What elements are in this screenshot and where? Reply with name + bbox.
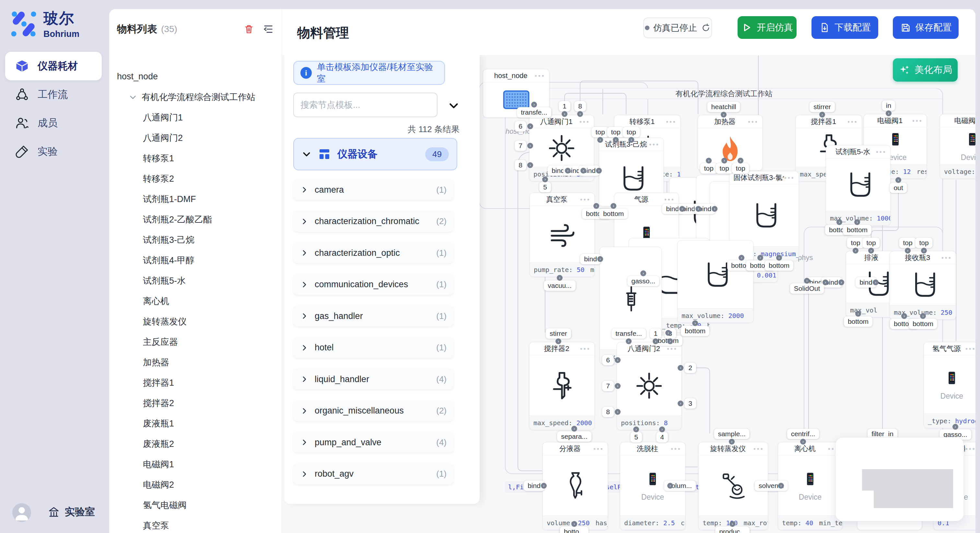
tree-item[interactable]: 加热器 <box>109 352 282 373</box>
port-dot-icon[interactable]: › <box>692 320 698 326</box>
port-dot-icon[interactable]: › <box>596 168 602 174</box>
port-pill[interactable]: produc... <box>715 527 749 533</box>
node-menu-icon[interactable]: ●●● <box>579 119 590 124</box>
tree-item[interactable]: 八通阀门1 <box>109 107 282 128</box>
port-dot-icon[interactable]: › <box>565 168 571 174</box>
section-instruments[interactable]: 仪器设备 49 <box>293 138 457 170</box>
port-dot-icon[interactable]: › <box>667 338 673 344</box>
port-dot-icon[interactable]: › <box>555 338 561 344</box>
port-pill[interactable]: top <box>862 238 880 248</box>
port-pill[interactable]: 4 <box>656 432 668 443</box>
canvas-node[interactable]: max_volume: 2000 <box>677 240 754 323</box>
node-menu-icon[interactable]: ●●● <box>593 446 604 451</box>
port-dot-icon[interactable]: › <box>667 483 673 489</box>
port-dot-icon[interactable]: › <box>678 365 684 371</box>
trash-icon[interactable] <box>243 24 255 35</box>
port-dot-icon[interactable]: › <box>721 158 727 163</box>
port-dot-icon[interactable]: › <box>557 275 563 281</box>
tree-item[interactable]: 真空泵 <box>109 515 282 533</box>
port-pill[interactable]: 8 <box>515 160 526 170</box>
port-pill[interactable]: top <box>732 163 749 174</box>
node-menu-icon[interactable]: ●●● <box>580 346 590 351</box>
tree-item[interactable]: 转移泵2 <box>109 168 282 189</box>
category-gas_handler[interactable]: gas_handler (1) <box>293 306 454 327</box>
port-dot-icon[interactable]: › <box>628 137 634 143</box>
canvas-node[interactable]: 搅拌器2 ●●●max_speed: 2000 <box>529 342 595 430</box>
category-organic_miscellaneous[interactable]: organic_miscellaneous (2) <box>293 401 454 421</box>
simulation-status-badge[interactable]: 仿真已停止 <box>643 17 712 38</box>
port-dot-icon[interactable]: › <box>738 158 743 163</box>
outdent-list-icon[interactable] <box>263 24 274 35</box>
port-pill[interactable]: top <box>592 127 609 137</box>
port-pill[interactable]: vacuu... <box>544 281 576 291</box>
save-config-button[interactable]: 保存配置 <box>893 16 959 39</box>
node-menu-icon[interactable]: ●●● <box>580 197 590 202</box>
port-dot-icon[interactable]: › <box>571 426 577 431</box>
port-dot-icon[interactable]: › <box>712 206 718 212</box>
port-pill[interactable]: top <box>700 163 717 174</box>
port-pill[interactable]: 1 <box>650 328 662 339</box>
port-pill[interactable]: top <box>607 127 624 137</box>
port-pill[interactable]: bottom <box>765 260 793 271</box>
category-robot_agv[interactable]: robot_agv (1) <box>293 464 454 484</box>
node-menu-icon[interactable]: ●●● <box>667 346 677 351</box>
port-dot-icon[interactable]: › <box>896 177 901 183</box>
port-dot-icon[interactable]: › <box>800 439 806 444</box>
port-dot-icon[interactable]: › <box>527 162 533 168</box>
tree-item[interactable]: host_node <box>109 67 282 87</box>
node-menu-icon[interactable]: ●●● <box>784 175 795 180</box>
port-pill[interactable]: separa... <box>557 431 592 442</box>
port-pill[interactable]: centrif... <box>787 429 819 439</box>
port-dot-icon[interactable]: › <box>527 124 533 129</box>
node-menu-icon[interactable]: ●●● <box>649 142 660 147</box>
port-pill[interactable]: out <box>889 182 907 193</box>
port-dot-icon[interactable]: › <box>853 248 859 254</box>
port-dot-icon[interactable]: › <box>921 248 927 254</box>
node-canvas[interactable]: 美化布局 l,FilterProtocol,CleanVesselProtoco… <box>282 55 975 533</box>
tree-item[interactable]: 氢气电磁阀 <box>109 495 282 515</box>
category-liquid_handler[interactable]: liquid_handler (4) <box>293 369 454 390</box>
node-menu-icon[interactable]: ●●● <box>748 119 758 124</box>
node-menu-icon[interactable]: ●●● <box>664 197 675 202</box>
port-dot-icon[interactable]: › <box>531 102 537 108</box>
port-dot-icon[interactable]: › <box>611 203 616 209</box>
port-dot-icon[interactable]: › <box>822 279 828 285</box>
port-pill[interactable]: transfe... <box>517 107 551 117</box>
port-dot-icon[interactable]: › <box>527 143 533 149</box>
search-input[interactable] <box>293 93 438 117</box>
collapse-chevron-icon[interactable] <box>448 100 460 111</box>
port-dot-icon[interactable]: › <box>905 248 911 254</box>
port-pill[interactable]: 5 <box>539 182 551 192</box>
port-dot-icon[interactable]: › <box>886 110 891 116</box>
category-camera[interactable]: camera (1) <box>293 179 454 200</box>
port-dot-icon[interactable]: › <box>837 219 842 225</box>
port-dot-icon[interactable]: › <box>615 383 620 389</box>
port-dot-icon[interactable]: › <box>901 313 907 319</box>
tree-item[interactable]: 有机化学流程综合测试工作站 <box>109 87 282 107</box>
port-dot-icon[interactable]: › <box>838 279 844 285</box>
port-pill[interactable]: SolidOut <box>790 283 824 294</box>
sidebar-item-3[interactable]: 实验 <box>5 137 102 166</box>
port-dot-icon[interactable]: › <box>615 357 620 363</box>
port-pill[interactable]: top <box>716 163 733 174</box>
node-menu-icon[interactable]: ●●● <box>912 118 923 123</box>
port-dot-icon[interactable]: › <box>729 439 735 444</box>
port-pill[interactable]: 8 <box>574 101 586 111</box>
canvas-node[interactable]: 八通阀门2 ●●●positions: 8 <box>617 342 681 430</box>
sidebar-item-1[interactable]: 工作流 <box>5 80 102 109</box>
sidebar-item-2[interactable]: 成员 <box>5 109 102 137</box>
port-pill[interactable]: 6 <box>602 355 614 365</box>
port-dot-icon[interactable]: › <box>868 248 874 254</box>
port-dot-icon[interactable]: › <box>721 112 727 117</box>
port-pill[interactable]: 2 <box>684 363 696 373</box>
tree-item[interactable]: 试剂瓶4-甲醇 <box>109 250 282 270</box>
brand-logo[interactable]: 玻尔 Bohrium <box>10 8 80 39</box>
node-menu-icon[interactable]: ●●● <box>753 446 764 451</box>
port-dot-icon[interactable]: › <box>640 270 646 276</box>
tree-item[interactable]: 电磁阀2 <box>109 474 282 495</box>
port-dot-icon[interactable]: › <box>597 137 603 143</box>
port-dot-icon[interactable]: › <box>757 255 763 261</box>
port-dot-icon[interactable]: › <box>597 256 603 262</box>
category-hotel[interactable]: hotel (1) <box>293 338 454 358</box>
tree-item[interactable]: 试剂瓶1-DMF <box>109 189 282 209</box>
